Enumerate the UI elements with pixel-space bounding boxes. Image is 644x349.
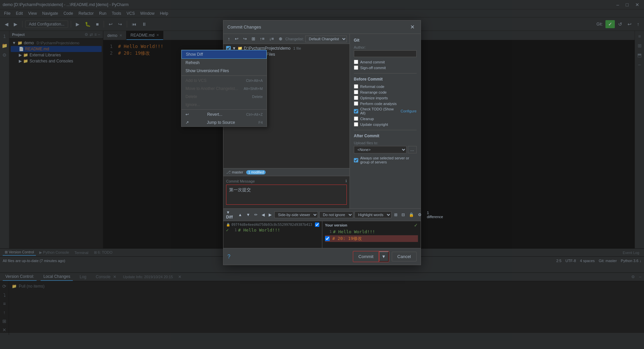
update-copyright-checkbox[interactable]	[354, 122, 358, 127]
diff-left-btn[interactable]: ◀	[260, 212, 266, 218]
changelist-select[interactable]: Default Changelist	[305, 36, 347, 42]
always-use-row: Always use selected server or group of s…	[354, 156, 417, 164]
perform-code-checkbox[interactable]	[354, 101, 358, 106]
ctx-separator-2	[181, 109, 267, 110]
configure-link[interactable]: Configure	[400, 109, 417, 113]
commit-arrow-button[interactable]: ▼	[379, 251, 388, 262]
diff-highlight-select[interactable]: Highlight words	[355, 211, 391, 218]
context-menu: Show Diff Refresh Show Unversioned Files…	[181, 50, 267, 127]
diff-ignore-select[interactable]: Do not ignore	[319, 211, 353, 218]
optimize-label: Optimize imports	[360, 96, 388, 100]
branch-icon: ⎇	[226, 170, 231, 174]
diff-nav-down[interactable]: ▼	[245, 212, 252, 218]
cleanup-label: Cleanup	[360, 117, 374, 121]
commit-toolbar-expand[interactable]: ⊕	[277, 35, 284, 42]
reformat-label: Reformat code	[360, 85, 384, 89]
cancel-button[interactable]: Cancel	[392, 252, 417, 261]
diff-viewer-select[interactable]: Side-by-side viewer	[274, 211, 318, 218]
ctx-show-diff-label: Show Diff	[186, 52, 203, 57]
changelist-label: Changelist:	[285, 37, 304, 41]
diff-settings-btn[interactable]: ⚙	[417, 212, 423, 218]
perform-code-row: Perform code analysis	[354, 101, 417, 106]
ctx-add-to-vcs-shortcut: Ctrl+Alt+A	[246, 79, 263, 83]
rearrange-label: Rearrange code	[360, 90, 387, 94]
check-todo-checkbox[interactable]	[354, 109, 358, 113]
rearrange-checkbox[interactable]	[354, 90, 358, 94]
ctx-show-unversioned[interactable]: Show Unversioned Files	[181, 67, 267, 75]
ctx-move-changelist-label: Move to Another Changelist...	[185, 86, 238, 91]
ctx-revert-shortcut: Ctrl+Alt+Z	[246, 112, 263, 116]
modified-badge[interactable]: 1 modified	[246, 170, 266, 174]
commit-message-input[interactable]: 第一次提交	[226, 185, 347, 205]
author-label: Author:	[354, 45, 417, 49]
commit-message-area: Commit Message ℹ 第一次提交	[223, 176, 350, 208]
reformat-row: Reformat code	[354, 84, 417, 89]
commit-message-info-icon[interactable]: ℹ	[345, 179, 347, 183]
diff-right-btn[interactable]: ▶	[267, 212, 273, 218]
ctx-refresh[interactable]: Refresh	[181, 59, 267, 67]
rearrange-row: Rearrange code	[354, 90, 417, 94]
upload-files-field: Upload files to: <None> …	[354, 141, 417, 153]
upload-more-button[interactable]: …	[408, 146, 417, 153]
diff-edit-btn[interactable]: ✏	[253, 212, 259, 218]
sign-off-checkbox[interactable]	[354, 65, 358, 70]
ctx-jump-source[interactable]: ↗ Jump to Source F4	[181, 118, 267, 127]
commit-toolbar-sort-desc[interactable]: ↓≡	[268, 35, 276, 42]
commit-toolbar-sort-asc[interactable]: ↑≡	[258, 35, 266, 42]
section-divider-2	[354, 130, 417, 130]
always-use-checkbox[interactable]	[354, 158, 358, 162]
ctx-ignore: Ignore...	[181, 101, 267, 109]
diff-nav-up[interactable]: ▲	[237, 212, 244, 218]
diff-title[interactable]: ▼ Diff	[226, 210, 233, 219]
diff-line-1-left: ✓ 1 # Hello World!!!	[226, 227, 319, 234]
commit-toolbar-group[interactable]: ⊞	[250, 35, 257, 42]
check-todo-label: Check TODO (Show All)	[360, 107, 399, 115]
ctx-jump-source-icon: ↗	[185, 120, 189, 125]
diff-lock-btn[interactable]: 🔒	[408, 212, 415, 218]
before-commit-title: Before Commit	[354, 77, 417, 82]
commit-toolbar-redo[interactable]: ↪	[241, 35, 249, 42]
commit-button[interactable]: Commit	[353, 251, 379, 262]
upload-select[interactable]: <None>	[354, 146, 407, 153]
diff-check-icon: ✓	[226, 227, 229, 234]
ctx-show-diff[interactable]: Show Diff	[181, 50, 267, 59]
ctx-move-changelist: Move to Another Changelist... Alt+Shift+…	[181, 85, 267, 93]
optimize-row: Optimize imports	[354, 96, 417, 100]
diff-line-1-right-code: # Hello World!!!	[333, 229, 375, 235]
amend-commit-checkbox[interactable]	[354, 60, 358, 64]
ctx-delete: Delete Delete	[181, 93, 267, 101]
commit-toolbar-undo[interactable]: ↩	[233, 35, 240, 42]
diff-sync-btn[interactable]: ⊟	[400, 212, 406, 218]
branch-name: master	[232, 170, 243, 174]
ctx-revert[interactable]: ↩ Revert... Ctrl+Alt+Z	[181, 110, 267, 118]
optimize-checkbox[interactable]	[354, 96, 358, 100]
ctx-delete-label: Delete	[185, 94, 197, 99]
diff-right-check-icon: ✓	[414, 222, 418, 228]
ctx-separator-1	[181, 76, 267, 76]
ctx-revert-icon: ↩	[185, 112, 189, 117]
diff-count: 1 difference	[427, 211, 443, 219]
commit-dialog-footer: ? Commit ▼ Cancel	[223, 248, 421, 265]
after-commit-title: After Commit	[354, 134, 417, 138]
diff-panel: ▼ Diff ▲ ▼ ✏ ◀ ▶ Side-by-side viewer Do …	[223, 208, 421, 248]
reformat-checkbox[interactable]	[354, 84, 358, 89]
help-button[interactable]: ?	[227, 254, 230, 260]
diff-line-1-right: 1 # Hello World!!!	[325, 229, 418, 235]
commit-toolbar: ↑ ↩ ↪ ⊞ ↑≡ ↓≡ ⊕ Changelist: Default Chan…	[223, 34, 350, 44]
sign-off-label: Sign-off commit	[360, 66, 386, 70]
ctx-jump-source-shortcut: F4	[258, 120, 263, 124]
author-input[interactable]	[354, 50, 417, 57]
cleanup-checkbox[interactable]	[354, 116, 358, 121]
update-copyright-row: Update copyright	[354, 122, 417, 127]
commit-toolbar-up[interactable]: ↑	[226, 35, 232, 42]
section-divider-1	[354, 73, 417, 73]
diff-hash-checkbox[interactable]	[315, 222, 319, 227]
amend-commit-label: Amend commit	[360, 60, 385, 64]
perform-code-label: Perform code analysis	[360, 102, 397, 106]
diff-line-2-checkbox[interactable]	[325, 236, 330, 241]
commit-bottom-bar: ⎇ master 1 modified	[223, 168, 350, 176]
commit-dialog-close-button[interactable]: ✕	[408, 23, 417, 31]
diff-file-hash: 🔒 097f4d8e4eed4d750b93c0c55299702d9387b4…	[226, 222, 319, 227]
diff-columns-btn[interactable]: ⊞	[393, 212, 399, 218]
diff-line-2-right: # 20: 19修改	[325, 235, 418, 242]
